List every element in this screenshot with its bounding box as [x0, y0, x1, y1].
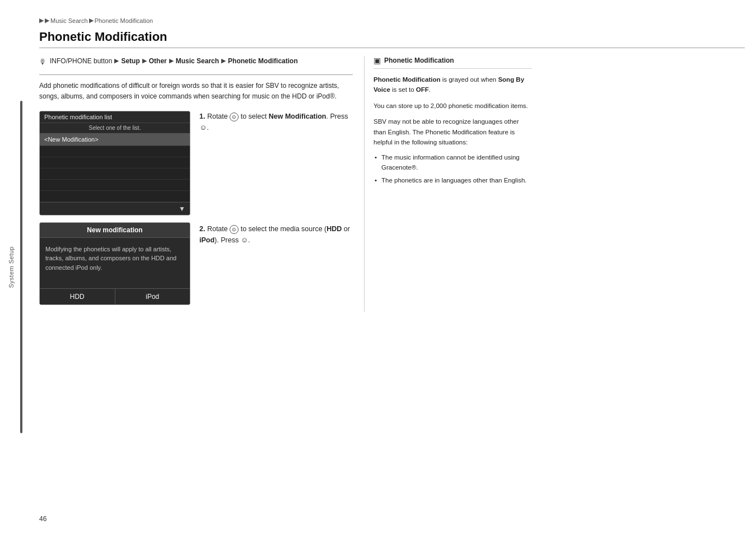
- sidebar: System Setup: [0, 0, 22, 534]
- nav-path-mic-icon: 🎙: [39, 57, 46, 68]
- screenshot2-text: Modifying the phonetics will apply to al…: [45, 245, 184, 273]
- nav-arrow-3: ▶: [169, 56, 174, 65]
- nav-arrow-4: ▶: [221, 56, 226, 65]
- main-content: ▶ ▶ Music Search ▶ Phonetic Modification…: [22, 0, 756, 534]
- step-1-press-icon: ☺: [199, 122, 207, 134]
- right-para-2: You can store up to 2,000 phonetic modif…: [374, 101, 532, 111]
- step-2-bold-hdd: HDD: [326, 225, 342, 233]
- nav-path-info: INFO/PHONE button: [50, 56, 112, 66]
- steps-col: 1. Rotate ⊙ to select New Modification. …: [199, 111, 353, 312]
- screenshot2-body: Modifying the phonetics will apply to al…: [40, 238, 190, 288]
- breadcrumb-phonetic: Phonetic Modification: [95, 17, 153, 24]
- breadcrumb-arrow3: ▶: [89, 17, 94, 24]
- nav-path-music-search: Music Search: [176, 56, 219, 66]
- breadcrumb-music-search: Music Search: [50, 17, 88, 24]
- screenshot2: New modification Modifying the phonetics…: [39, 222, 190, 305]
- right-content: Phonetic Modification is grayed out when…: [374, 74, 532, 185]
- right-para-1-bold3: OFF: [416, 86, 429, 93]
- breadcrumb: ▶ ▶ Music Search ▶ Phonetic Modification: [39, 17, 745, 24]
- step-2-rotate-icon: ⊙: [230, 225, 239, 234]
- step-2-press-icon: ☺: [241, 235, 248, 246]
- screenshot2-hdd-btn[interactable]: HDD: [40, 289, 115, 305]
- screenshot2-title: New modification: [40, 223, 190, 238]
- right-header-icon: ▣: [374, 56, 381, 65]
- breadcrumb-arrow1: ▶: [39, 17, 44, 24]
- right-para-3: SBV may not be able to recognize languag…: [374, 116, 532, 147]
- screenshots-col: Phonetic modification list Select one of…: [39, 111, 190, 312]
- right-bullet-1: The music information cannot be identifi…: [374, 153, 532, 172]
- step-2-bold-ipod: iPod: [199, 236, 214, 244]
- empty-row-4: [40, 180, 190, 191]
- description: Add phonetic modifications of difficult …: [39, 81, 353, 102]
- right-bullet-2: The phonetics are in languages other tha…: [374, 176, 532, 185]
- empty-row-5: [40, 191, 190, 202]
- empty-row-1: [40, 146, 190, 157]
- empty-row-3: [40, 168, 190, 180]
- screenshot1-footer: ▼: [40, 202, 190, 215]
- step-1-bold: New Modification: [269, 113, 326, 120]
- nav-path-setup: Setup: [121, 56, 139, 66]
- nav-path-phonetic: Phonetic Modification: [228, 56, 298, 66]
- nav-arrow-1: ▶: [114, 56, 119, 65]
- right-para-1-bold1: Phonetic Modification: [374, 76, 440, 83]
- nav-path: 🎙 INFO/PHONE button ▶ Setup ▶ Other ▶ Mu…: [39, 56, 353, 68]
- sidebar-label: System Setup: [8, 246, 15, 288]
- screenshot2-buttons: HDD iPod: [40, 288, 190, 305]
- steps-area: Phonetic modification list Select one of…: [39, 111, 353, 312]
- screenshot2-ipod-btn[interactable]: iPod: [115, 289, 190, 305]
- page-container: System Setup ▶ ▶ Music Search ▶ Phonetic…: [0, 0, 756, 534]
- page-title-section: Phonetic Modification: [39, 30, 745, 48]
- step-1: 1. Rotate ⊙ to select New Modification. …: [199, 111, 353, 134]
- right-header-text: Phonetic Modification: [384, 57, 454, 64]
- step-2-number: 2.: [199, 225, 205, 233]
- screenshot1-list: <New Modification>: [40, 133, 190, 202]
- content-area: 🎙 INFO/PHONE button ▶ Setup ▶ Other ▶ Mu…: [39, 56, 745, 312]
- screenshot1: Phonetic modification list Select one of…: [39, 111, 190, 216]
- screenshot1-subheader: Select one of the list.: [40, 123, 190, 133]
- right-para-1: Phonetic Modification is grayed out when…: [374, 74, 532, 95]
- page-number: 46: [39, 515, 46, 523]
- breadcrumb-arrow2: ▶: [45, 17, 49, 24]
- right-section: ▣ Phonetic Modification Phonetic Modific…: [364, 56, 532, 312]
- step-1-number: 1.: [199, 113, 205, 120]
- right-bullet-list: The music information cannot be identifi…: [374, 153, 532, 185]
- screenshot1-footer-icon: ▼: [179, 205, 185, 213]
- left-section: 🎙 INFO/PHONE button ▶ Setup ▶ Other ▶ Mu…: [39, 56, 353, 312]
- empty-row-2: [40, 157, 190, 168]
- page-title: Phonetic Modification: [39, 30, 745, 44]
- nav-path-other: Other: [149, 56, 167, 66]
- screenshot1-selected-item: <New Modification>: [40, 133, 190, 146]
- nav-arrow-2: ▶: [142, 56, 147, 65]
- nav-path-divider: [39, 74, 353, 75]
- screenshot1-header: Phonetic modification list: [40, 111, 190, 123]
- step-2: 2. Rotate ⊙ to select the media source (…: [199, 223, 353, 246]
- step-1-rotate-icon: ⊙: [230, 113, 239, 121]
- right-header: ▣ Phonetic Modification: [374, 56, 532, 69]
